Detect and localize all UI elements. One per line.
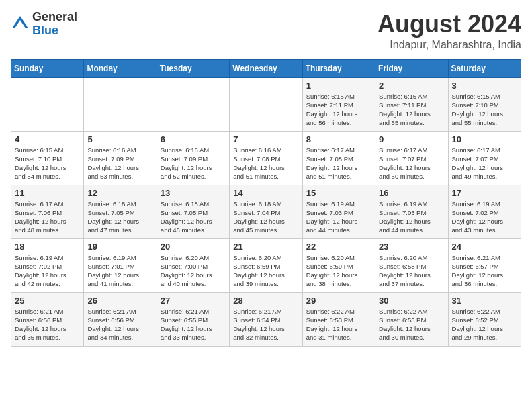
day-number: 19 xyxy=(87,242,152,252)
day-cell-29: 26Sunrise: 6:21 AM Sunset: 6:56 PM Dayli… xyxy=(84,292,157,346)
day-cell-17: 14Sunrise: 6:18 AM Sunset: 7:04 PM Dayli… xyxy=(230,185,302,238)
title-block: August 2024 Indapur, Maharashtra, India xyxy=(378,11,521,51)
day-number: 27 xyxy=(161,295,226,306)
logo: General Blue xyxy=(11,11,77,38)
day-number: 20 xyxy=(161,242,226,252)
day-cell-23: 20Sunrise: 6:20 AM Sunset: 7:00 PM Dayli… xyxy=(157,238,229,292)
logo-blue-text: Blue xyxy=(32,24,58,37)
header-row: SundayMondayTuesdayWednesdayThursdayFrid… xyxy=(11,59,521,77)
day-number: 23 xyxy=(379,242,444,252)
day-cell-3 xyxy=(230,77,302,131)
day-cell-9: 6Sunrise: 6:16 AM Sunset: 7:09 PM Daylig… xyxy=(157,131,229,185)
header-sunday: Sunday xyxy=(11,59,84,77)
day-cell-34: 31Sunrise: 6:22 AM Sunset: 6:52 PM Dayli… xyxy=(448,292,521,346)
day-info: Sunrise: 6:22 AM Sunset: 6:52 PM Dayligh… xyxy=(452,307,517,342)
day-number: 26 xyxy=(87,295,152,306)
header-monday: Monday xyxy=(84,59,157,77)
day-info: Sunrise: 6:20 AM Sunset: 6:59 PM Dayligh… xyxy=(233,253,298,289)
day-cell-12: 9Sunrise: 6:17 AM Sunset: 7:07 PM Daylig… xyxy=(375,131,448,185)
day-info: Sunrise: 6:16 AM Sunset: 7:09 PM Dayligh… xyxy=(87,146,152,181)
day-info: Sunrise: 6:19 AM Sunset: 7:02 PM Dayligh… xyxy=(452,199,517,235)
logo-general-text: General xyxy=(32,10,77,24)
day-info: Sunrise: 6:22 AM Sunset: 6:53 PM Dayligh… xyxy=(306,307,371,342)
day-cell-15: 12Sunrise: 6:18 AM Sunset: 7:05 PM Dayli… xyxy=(84,185,157,238)
header-wednesday: Wednesday xyxy=(230,59,302,77)
day-number: 7 xyxy=(233,134,298,144)
day-info: Sunrise: 6:17 AM Sunset: 7:06 PM Dayligh… xyxy=(15,199,80,235)
week-row-5: 25Sunrise: 6:21 AM Sunset: 6:56 PM Dayli… xyxy=(11,292,521,346)
day-info: Sunrise: 6:19 AM Sunset: 7:03 PM Dayligh… xyxy=(306,199,371,235)
week-row-3: 11Sunrise: 6:17 AM Sunset: 7:06 PM Dayli… xyxy=(11,185,521,238)
day-cell-21: 18Sunrise: 6:19 AM Sunset: 7:02 PM Dayli… xyxy=(11,238,84,292)
day-info: Sunrise: 6:16 AM Sunset: 7:09 PM Dayligh… xyxy=(161,146,226,181)
day-number: 24 xyxy=(452,242,517,252)
day-info: Sunrise: 6:21 AM Sunset: 6:55 PM Dayligh… xyxy=(161,307,226,342)
day-cell-18: 15Sunrise: 6:19 AM Sunset: 7:03 PM Dayli… xyxy=(302,185,375,238)
day-cell-13: 10Sunrise: 6:17 AM Sunset: 7:07 PM Dayli… xyxy=(448,131,521,185)
day-cell-28: 25Sunrise: 6:21 AM Sunset: 6:56 PM Dayli… xyxy=(11,292,84,346)
week-row-1: 1Sunrise: 6:15 AM Sunset: 7:11 PM Daylig… xyxy=(11,77,521,131)
day-info: Sunrise: 6:16 AM Sunset: 7:08 PM Dayligh… xyxy=(233,146,298,181)
day-number: 14 xyxy=(233,188,298,198)
page-header: General Blue August 2024 Indapur, Mahara… xyxy=(11,11,521,51)
month-year-title: August 2024 xyxy=(378,11,521,38)
day-number: 17 xyxy=(452,188,517,198)
day-cell-25: 22Sunrise: 6:20 AM Sunset: 6:59 PM Dayli… xyxy=(302,238,375,292)
day-cell-19: 16Sunrise: 6:19 AM Sunset: 7:03 PM Dayli… xyxy=(375,185,448,238)
header-tuesday: Tuesday xyxy=(157,59,229,77)
day-cell-10: 7Sunrise: 6:16 AM Sunset: 7:08 PM Daylig… xyxy=(230,131,302,185)
day-cell-33: 30Sunrise: 6:22 AM Sunset: 6:53 PM Dayli… xyxy=(375,292,448,346)
week-row-2: 4Sunrise: 6:15 AM Sunset: 7:10 PM Daylig… xyxy=(11,131,521,185)
day-info: Sunrise: 6:22 AM Sunset: 6:53 PM Dayligh… xyxy=(379,307,444,342)
day-cell-16: 13Sunrise: 6:18 AM Sunset: 7:05 PM Dayli… xyxy=(157,185,229,238)
calendar-body: 1Sunrise: 6:15 AM Sunset: 7:11 PM Daylig… xyxy=(11,77,521,346)
day-info: Sunrise: 6:17 AM Sunset: 7:07 PM Dayligh… xyxy=(452,146,517,181)
day-info: Sunrise: 6:17 AM Sunset: 7:08 PM Dayligh… xyxy=(306,146,371,181)
day-cell-5: 2Sunrise: 6:15 AM Sunset: 7:11 PM Daylig… xyxy=(375,77,448,131)
day-cell-14: 11Sunrise: 6:17 AM Sunset: 7:06 PM Dayli… xyxy=(11,185,84,238)
day-cell-27: 24Sunrise: 6:21 AM Sunset: 6:57 PM Dayli… xyxy=(448,238,521,292)
day-number: 31 xyxy=(452,295,517,306)
day-cell-20: 17Sunrise: 6:19 AM Sunset: 7:02 PM Dayli… xyxy=(448,185,521,238)
day-cell-26: 23Sunrise: 6:20 AM Sunset: 6:58 PM Dayli… xyxy=(375,238,448,292)
day-info: Sunrise: 6:21 AM Sunset: 6:56 PM Dayligh… xyxy=(15,307,80,342)
day-info: Sunrise: 6:18 AM Sunset: 7:05 PM Dayligh… xyxy=(87,199,152,235)
day-cell-2 xyxy=(157,77,229,131)
day-number: 2 xyxy=(379,81,444,91)
day-info: Sunrise: 6:19 AM Sunset: 7:03 PM Dayligh… xyxy=(379,199,444,235)
day-number: 29 xyxy=(306,295,371,306)
day-info: Sunrise: 6:15 AM Sunset: 7:10 PM Dayligh… xyxy=(452,92,517,128)
day-info: Sunrise: 6:21 AM Sunset: 6:56 PM Dayligh… xyxy=(87,307,152,342)
day-cell-6: 3Sunrise: 6:15 AM Sunset: 7:10 PM Daylig… xyxy=(448,77,521,131)
day-info: Sunrise: 6:19 AM Sunset: 7:02 PM Dayligh… xyxy=(15,253,80,289)
header-saturday: Saturday xyxy=(448,59,521,77)
day-number: 9 xyxy=(379,134,444,144)
header-thursday: Thursday xyxy=(302,59,375,77)
day-number: 22 xyxy=(306,242,371,252)
calendar-table: SundayMondayTuesdayWednesdayThursdayFrid… xyxy=(11,59,521,347)
day-cell-32: 29Sunrise: 6:22 AM Sunset: 6:53 PM Dayli… xyxy=(302,292,375,346)
day-info: Sunrise: 6:19 AM Sunset: 7:01 PM Dayligh… xyxy=(87,253,152,289)
day-cell-31: 28Sunrise: 6:21 AM Sunset: 6:54 PM Dayli… xyxy=(230,292,302,346)
day-info: Sunrise: 6:20 AM Sunset: 6:59 PM Dayligh… xyxy=(306,253,371,289)
calendar-header: SundayMondayTuesdayWednesdayThursdayFrid… xyxy=(11,59,521,77)
day-cell-22: 19Sunrise: 6:19 AM Sunset: 7:01 PM Dayli… xyxy=(84,238,157,292)
day-number: 28 xyxy=(233,295,298,306)
day-info: Sunrise: 6:15 AM Sunset: 7:11 PM Dayligh… xyxy=(379,92,444,128)
logo-text: General Blue xyxy=(32,11,77,38)
day-number: 13 xyxy=(161,188,226,198)
day-info: Sunrise: 6:15 AM Sunset: 7:11 PM Dayligh… xyxy=(306,92,371,128)
day-cell-24: 21Sunrise: 6:20 AM Sunset: 6:59 PM Dayli… xyxy=(230,238,302,292)
day-number: 5 xyxy=(87,134,152,144)
day-cell-4: 1Sunrise: 6:15 AM Sunset: 7:11 PM Daylig… xyxy=(302,77,375,131)
day-cell-0 xyxy=(11,77,84,131)
day-number: 25 xyxy=(15,295,80,306)
day-cell-1 xyxy=(84,77,157,131)
day-info: Sunrise: 6:21 AM Sunset: 6:57 PM Dayligh… xyxy=(452,253,517,289)
day-number: 6 xyxy=(161,134,226,144)
day-info: Sunrise: 6:20 AM Sunset: 7:00 PM Dayligh… xyxy=(161,253,226,289)
day-cell-8: 5Sunrise: 6:16 AM Sunset: 7:09 PM Daylig… xyxy=(84,131,157,185)
day-number: 21 xyxy=(233,242,298,252)
day-number: 8 xyxy=(306,134,371,144)
day-info: Sunrise: 6:21 AM Sunset: 6:54 PM Dayligh… xyxy=(233,307,298,342)
